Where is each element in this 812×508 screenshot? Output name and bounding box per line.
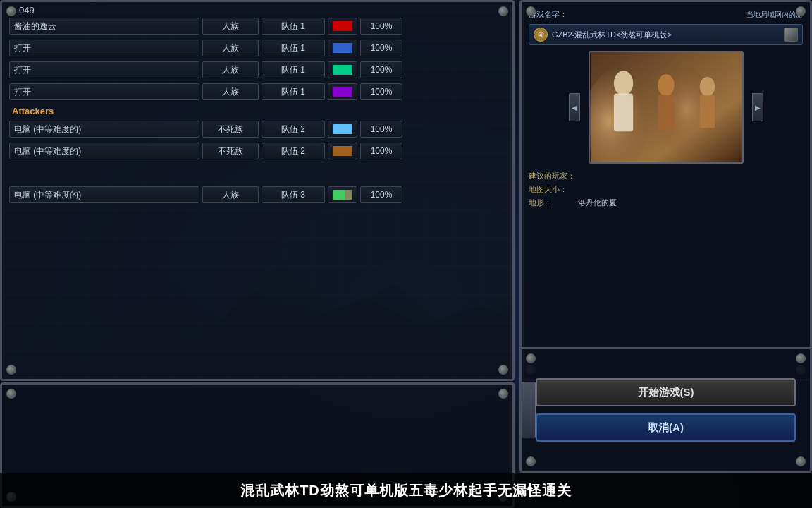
player-team-2[interactable]: 队伍 1 [262,40,325,56]
game-icon: ④ [534,28,548,42]
player-name-4[interactable]: 打开 [9,83,199,100]
right-bolt-tl [526,6,536,16]
attacker-swatch-1 [333,124,352,134]
player-row-3: 打开 人族 队伍 1 100% [9,60,505,80]
attacker-team-1[interactable]: 队伍 2 [262,121,325,138]
map-preview [589,51,744,164]
attacker-race-4[interactable]: 人族 [202,186,259,203]
subtitle-text: 混乱武林TD劲熬可单机版五毒少林起手无漏怪通关 [240,481,572,500]
player-name-3[interactable]: 打开 [9,61,199,78]
attacker-color-4[interactable] [328,186,357,203]
player-handicap-4[interactable]: 100% [360,83,402,100]
attacker-color-2[interactable] [328,143,357,159]
player-color-4[interactable] [328,83,357,100]
attacker-race-2[interactable]: 不死族 [202,143,259,159]
color-swatch-1 [333,21,352,31]
terrain-val: 洛丹伦的夏 [578,198,803,208]
map-size-label: 地图大小： [529,184,578,195]
map-preview-svg [590,52,742,162]
map-arrow-right[interactable]: ▶ [752,93,763,121]
network-label: 当地局域网内的游 [746,10,803,20]
player-name-1[interactable]: 酱油的逸云 [9,18,199,35]
bolt-bl [6,365,16,375]
player-race-1[interactable]: 人族 [202,18,259,35]
cancel-button[interactable]: 取消(A) [536,413,796,442]
bl-bolt-tr [498,389,508,399]
br-bolt-tl [526,353,536,363]
attacker-color-1[interactable] [328,121,357,138]
attacker-race-1[interactable]: 不死族 [202,121,259,138]
attacker-row-4: 电脑 (中等难度的) 人族 队伍 3 100% [9,185,505,205]
color-swatch-3 [333,65,352,75]
br-bolt-tr [796,353,806,363]
attacker-row-2: 电脑 (中等难度的) 不死族 队伍 2 100% [9,141,505,161]
bolt-tl [6,6,16,16]
player-team-4[interactable]: 队伍 1 [262,83,325,100]
player-race-2[interactable]: 人族 [202,40,259,56]
player-color-1[interactable] [328,18,357,35]
player-row-1: 酱油的逸云 人族 队伍 1 100% [9,16,505,36]
attacker-team-4[interactable]: 队伍 3 [262,186,325,203]
attacker-row-1: 电脑 (中等难度的) 不死族 队伍 2 100% [9,119,505,139]
bl-bolt-tl [6,389,16,399]
bolt-tr [498,6,508,16]
player-handicap-2[interactable]: 100% [360,40,402,56]
right-panel: 游戏名字： 当地局域网内的游 ④ GZB2-混乱武林TD<劲熬可单机版> ◀ [519,0,812,381]
player-race-3[interactable]: 人族 [202,61,259,78]
player-counter: 049 [19,5,35,16]
player-row-2: 打开 人族 队伍 1 100% [9,38,505,58]
svg-rect-11 [590,52,742,162]
br-bolt-bl [526,456,536,466]
br-bolt-br [796,456,806,466]
game-icon-detail[interactable] [784,28,798,42]
map-size-row: 地图大小： [529,184,803,195]
subtitle-bar: 混乱武林TD劲熬可单机版五毒少林起手无漏怪通关 [0,473,812,508]
attacker-handicap-4[interactable]: 100% [360,186,402,203]
player-name-2[interactable]: 打开 [9,40,199,56]
map-arrow-left[interactable]: ◀ [569,93,580,121]
player-team-3[interactable]: 队伍 1 [262,61,325,78]
bolt-br [498,365,508,375]
attacker-team-2[interactable]: 队伍 2 [262,143,325,159]
bottom-right-panel: 开始游戏(S) 取消(A) [519,347,812,473]
left-panel: 049 酱油的逸云 人族 队伍 1 100% 打开 人族 队伍 1 100% 打… [0,0,515,381]
attacker-swatch-2 [333,146,352,156]
recommended-label: 建议的玩家： [529,171,578,181]
terrain-label: 地形： [529,198,578,208]
right-bolt-tr [796,6,806,16]
start-game-button[interactable]: 开始游戏(S) [536,378,796,406]
attackers-section-label: Attackers [9,104,505,118]
game-full-name: GZB2-混乱武林TD<劲熬可单机版> [552,30,780,40]
color-swatch-2 [333,43,352,53]
attacker-handicap-2[interactable]: 100% [360,143,402,159]
attacker-name-4[interactable]: 电脑 (中等难度的) [9,186,199,203]
player-handicap-1[interactable]: 100% [360,18,402,35]
player-row-4: 打开 人族 队伍 1 100% [9,82,505,102]
players-container: 酱油的逸云 人族 队伍 1 100% 打开 人族 队伍 1 100% 打开 人族… [9,16,505,207]
attacker-handicap-1[interactable]: 100% [360,121,402,138]
left-gear-deco [522,382,536,438]
map-preview-container: ◀ [582,51,751,164]
attacker-row-3-empty [9,163,505,183]
game-name-row: 游戏名字： 当地局域网内的游 [529,9,803,20]
color-swatch-4 [333,87,352,97]
player-color-2[interactable] [328,40,357,56]
player-handicap-3[interactable]: 100% [360,61,402,78]
player-color-3[interactable] [328,61,357,78]
recommended-players-row: 建议的玩家： [529,171,803,181]
player-team-1[interactable]: 队伍 1 [262,18,325,35]
player-race-4[interactable]: 人族 [202,83,259,100]
attacker-swatch-4 [333,190,352,200]
game-details: 建议的玩家： 地图大小： 地形： 洛丹伦的夏 [529,171,803,208]
game-title-bar: ④ GZB2-混乱武林TD<劲熬可单机版> [529,24,803,45]
terrain-row: 地形： 洛丹伦的夏 [529,198,803,208]
attacker-name-1[interactable]: 电脑 (中等难度的) [9,121,199,138]
attacker-name-2[interactable]: 电脑 (中等难度的) [9,143,199,159]
